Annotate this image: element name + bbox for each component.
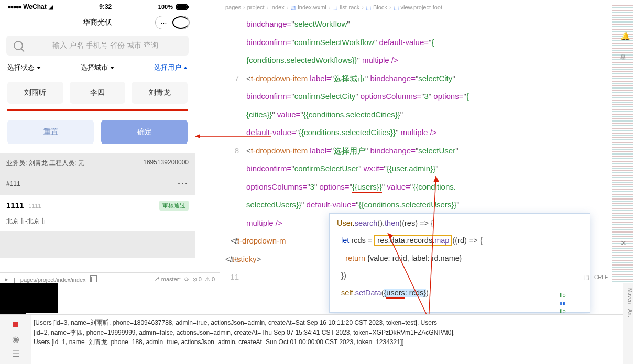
camera-icon[interactable]: ◉	[12, 335, 20, 343]
console-panel: ◉ ☰ [Users [id=3, name=刘雨昕, phone=180946…	[0, 314, 633, 364]
result-list: 业务员: 刘青龙 工程人员: 无 1695139200000 #111 ··· …	[0, 153, 195, 258]
code-inset-popup: User.search().then((res) => { let rcds =…	[329, 213, 590, 313]
list-row-label: #111	[6, 180, 20, 187]
filter-city[interactable]: 选择城市	[81, 63, 114, 72]
right-gutter-icons: 🔔 息	[620, 31, 630, 63]
signal-dots: ●●●●●	[7, 3, 21, 10]
console-line: [id=2, name=李四, phone=19999999, admin=fa…	[34, 328, 631, 338]
more-icon[interactable]: ···	[178, 179, 189, 190]
battery-pct: 100%	[158, 4, 173, 10]
annotation-underline	[7, 109, 188, 111]
warning-count[interactable]: ⚠ 0	[205, 276, 215, 283]
error-count[interactable]: ⊘ 0	[192, 276, 202, 283]
battery-icon	[176, 4, 188, 10]
file-path: pages/project/index/index	[20, 277, 86, 283]
console-line: Users [id=1, name=刘青龙, phone=188, admin=…	[34, 337, 631, 347]
user-chip-row: 刘雨昕 李四 刘青龙	[0, 80, 195, 109]
wifi-icon: ◢	[49, 4, 53, 10]
code-fragment: flo ini flo	[560, 291, 612, 315]
search-input[interactable]: 输入 户名 手机号 省份 城市 查询	[6, 36, 189, 56]
editor-status-bar	[220, 275, 611, 285]
bell-icon[interactable]: 🔔	[620, 31, 630, 41]
filter-status[interactable]: 选择状态	[7, 63, 41, 72]
filter-user[interactable]: 选择用户	[154, 63, 188, 72]
redacted-area	[0, 283, 58, 314]
tab-maven[interactable]: Maven	[623, 288, 633, 304]
info-icon[interactable]: 息	[620, 53, 630, 63]
list-row-location: 北京市-北京市	[0, 216, 195, 231]
copy-icon[interactable]	[91, 277, 97, 282]
chevron-down-icon	[37, 67, 41, 69]
right-tool-tabs[interactable]: Maven Ant	[623, 283, 633, 364]
phone-status-bar: ●●●●● WeChat ◢ 9:32 100%	[0, 0, 195, 14]
breadcrumb[interactable]: pages› project› index› ▧index.wxml› ⬚lis…	[220, 0, 612, 15]
search-icon	[14, 41, 23, 50]
stop-icon[interactable]	[12, 320, 20, 328]
list-row: 业务员: 刘青龙 工程人员: 无 1695139200000	[0, 153, 195, 173]
button-row: 重置 确定	[0, 120, 195, 153]
status-badge: 审核通过	[159, 201, 189, 211]
capsule-close-icon[interactable]	[172, 16, 189, 29]
console-toolbar: ◉ ☰	[0, 315, 31, 364]
git-branch[interactable]: ⎇ master*	[153, 276, 181, 283]
chevron-down-icon	[110, 67, 114, 69]
sync-icon[interactable]: ⟳	[184, 276, 189, 283]
console-output[interactable]: [Users [id=3, name=刘雨昕, phone=1809463778…	[31, 315, 633, 364]
filter-row: 选择状态 选择城市 选择用户	[0, 60, 195, 80]
app-title-bar: 华商光伏 ···	[0, 14, 195, 31]
reset-button[interactable]: 重置	[7, 120, 94, 144]
list-row[interactable]: 1111 1111 审核通过	[0, 195, 195, 216]
settings-icon[interactable]: ☰	[12, 349, 20, 358]
carrier-label: WeChat	[23, 3, 46, 10]
expand-icon[interactable]: ▸	[5, 276, 8, 283]
status-time: 9:32	[99, 3, 112, 10]
user-chip[interactable]: 李四	[70, 82, 126, 104]
confirm-button[interactable]: 确定	[101, 120, 188, 144]
mobile-simulator-panel: ●●●●● WeChat ◢ 9:32 100% 华商光伏 ··· 输入 户名 …	[0, 0, 195, 272]
close-icon[interactable]: ✕	[620, 239, 627, 247]
list-row-label: 1111 1111	[6, 201, 41, 210]
svg-marker-1	[195, 134, 200, 138]
tab-ant[interactable]: Ant	[623, 309, 633, 317]
user-chip[interactable]: 刘青龙	[132, 82, 188, 104]
chevron-up-icon	[183, 67, 188, 69]
list-row-label: 业务员: 刘青龙 工程人员: 无	[6, 159, 84, 168]
encoding-badges[interactable]: ⬚CRLF	[584, 274, 608, 280]
miniprogram-capsule[interactable]: ···	[155, 16, 190, 29]
capsule-menu-icon[interactable]: ···	[156, 16, 172, 29]
list-row[interactable]: #111 ···	[0, 173, 195, 195]
app-title: 华商光伏	[83, 18, 112, 27]
user-chip[interactable]: 刘雨昕	[7, 82, 63, 104]
list-row-value: 1695139200000	[143, 159, 189, 168]
search-placeholder: 输入 户名 手机号 省份 城市 查询	[29, 41, 181, 50]
console-line: [Users [id=3, name=刘雨昕, phone=1809463778…	[34, 318, 631, 328]
